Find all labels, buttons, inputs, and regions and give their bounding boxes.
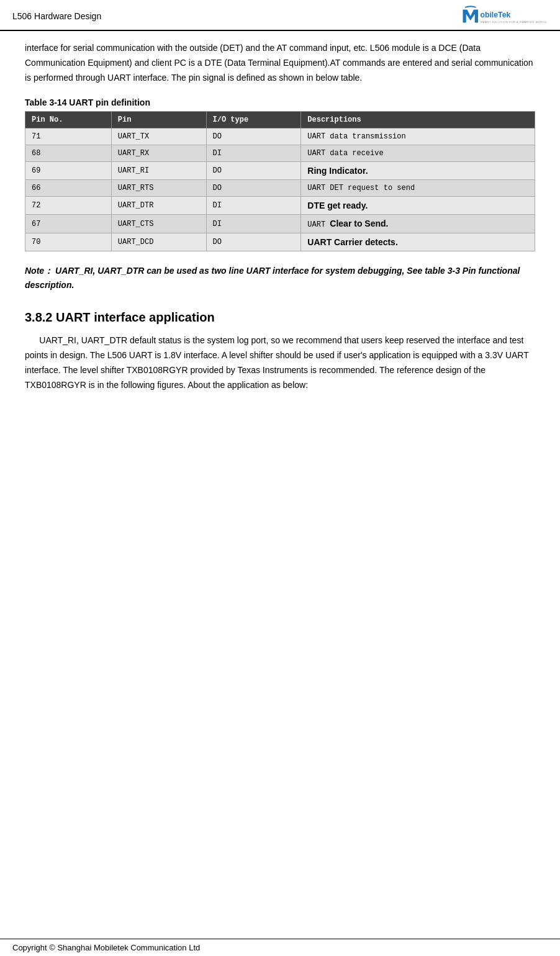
cell-pin-no: 68 xyxy=(25,145,112,162)
table-row: 71 UART_TX DO UART data transmission xyxy=(25,129,535,145)
cell-pin-name: UART_DTR xyxy=(111,197,206,215)
table-header-row: Pin No. Pin I/O type Descriptions xyxy=(25,112,535,129)
col-descriptions: Descriptions xyxy=(301,112,535,129)
note-label: Note： xyxy=(25,266,53,276)
table-row: 68 UART_RX DI UART data receive xyxy=(25,145,535,162)
cell-description: UART Clear to Send. xyxy=(301,215,535,233)
copyright-text: Copyright © Shanghai Mobiletek Communica… xyxy=(12,943,200,952)
svg-marker-0 xyxy=(463,10,479,23)
cell-pin-name: UART_RX xyxy=(111,145,206,162)
page-header: L506 Hardware Design obileTek SMART SOLU… xyxy=(0,0,560,31)
cell-pin-no: 70 xyxy=(25,233,112,251)
table-title: Table 3-14 UART pin definition xyxy=(25,97,535,107)
mobiletek-logo: obileTek SMART SOLUTION FOR A SMARTER WO… xyxy=(461,5,548,27)
table-row: 70 UART_DCD DO UART Carrier detects. xyxy=(25,233,535,251)
cell-description: DTE get ready. xyxy=(301,197,535,215)
section-body: UART_RI, UART_DTR default status is the … xyxy=(25,333,535,392)
cell-pin-no: 69 xyxy=(25,162,112,180)
table-row: 67 UART_CTS DI UART Clear to Send. xyxy=(25,215,535,233)
svg-text:SMART SOLUTION FOR A SMARTER W: SMART SOLUTION FOR A SMARTER WORLD xyxy=(481,20,547,24)
section-heading: 3.8.2 UART interface application xyxy=(25,310,535,325)
cell-description: UART data transmission xyxy=(301,129,535,145)
cell-io-type: DI xyxy=(206,215,301,233)
cell-description: UART Carrier detects. xyxy=(301,233,535,251)
cell-pin-name: UART_RTS xyxy=(111,180,206,197)
cell-io-type: DO xyxy=(206,233,301,251)
uart-pin-table: Pin No. Pin I/O type Descriptions 71 UAR… xyxy=(25,111,535,251)
table-row: 66 UART_RTS DO UART DET request to send xyxy=(25,180,535,197)
cell-io-type: DO xyxy=(206,180,301,197)
cell-pin-no: 66 xyxy=(25,180,112,197)
table-row: 69 UART_RI DO Ring Indicator. xyxy=(25,162,535,180)
col-io-type: I/O type xyxy=(206,112,301,129)
cell-pin-name: UART_DCD xyxy=(111,233,206,251)
cell-description: UART data receive xyxy=(301,145,535,162)
note-text: UART_RI, UART_DTR can be used as two lin… xyxy=(25,266,520,289)
col-pin-no: Pin No. xyxy=(25,112,112,129)
cell-io-type: DI xyxy=(206,145,301,162)
cell-io-type: DI xyxy=(206,197,301,215)
intro-paragraph: interface for serial communication with … xyxy=(25,41,535,85)
cell-description: Ring Indicator. xyxy=(301,162,535,180)
logo: obileTek SMART SOLUTION FOR A SMARTER WO… xyxy=(461,5,548,27)
cell-pin-name: UART_CTS xyxy=(111,215,206,233)
table-row: 72 UART_DTR DI DTE get ready. xyxy=(25,197,535,215)
page-footer: Copyright © Shanghai Mobiletek Communica… xyxy=(0,939,560,956)
cell-io-type: DO xyxy=(206,162,301,180)
cell-pin-no: 67 xyxy=(25,215,112,233)
cell-pin-no: 72 xyxy=(25,197,112,215)
cell-io-type: DO xyxy=(206,129,301,145)
cell-pin-no: 71 xyxy=(25,129,112,145)
svg-text:obileTek: obileTek xyxy=(481,11,511,19)
col-pin: Pin xyxy=(111,112,206,129)
cell-description: UART DET request to send xyxy=(301,180,535,197)
cell-pin-name: UART_TX xyxy=(111,129,206,145)
note-paragraph: Note： UART_RI, UART_DTR can be used as t… xyxy=(25,264,535,292)
main-content: interface for serial communication with … xyxy=(0,31,560,442)
document-title: L506 Hardware Design xyxy=(12,11,101,21)
cell-pin-name: UART_RI xyxy=(111,162,206,180)
